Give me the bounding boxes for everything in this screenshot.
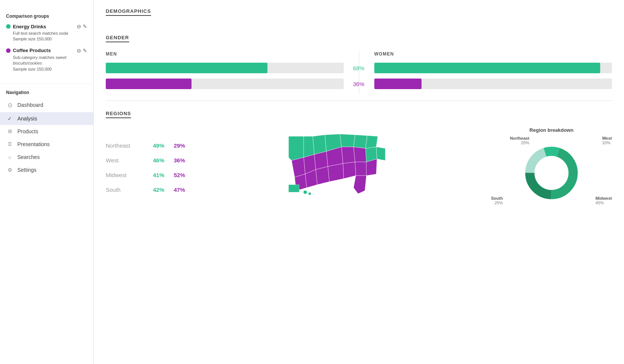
svg-marker-2 [313,135,326,154]
region-row-midwest: Midwest 41% 52% [106,172,189,178]
gender-col-women: WOMEN [359,51,612,94]
group-name-energy: Energy Drinks [13,24,74,29]
group-edit-icon-coffee[interactable]: ✎ [83,48,87,54]
region-pct1-northeast: 49% [144,142,164,149]
svg-marker-12 [354,147,366,162]
svg-marker-6 [366,136,378,148]
region-pct1-south: 42% [144,187,164,193]
regions-heading: REGIONS [106,111,131,118]
women-bar-teal [374,63,612,73]
sidebar-item-presentations[interactable]: ☰ Presentations [0,138,93,151]
demographics-heading: DEMOGRAPHICS [106,8,151,16]
region-name-south: South [106,187,144,193]
donut-label-west: West [602,136,612,140]
sidebar-item-label-dashboard: Dashboard [17,102,43,108]
demographics-section-header: DEMOGRAPHICS [94,0,624,25]
svg-marker-22 [354,176,366,194]
region-row-northeast: Northeast 49% 29% [106,142,189,149]
sidebar-item-analysis[interactable]: ✓ Analysis [0,112,93,125]
sidebar-item-label-products: Products [17,128,38,134]
region-name-west: West [106,157,144,163]
donut-sublabel-midwest: 45% [596,201,612,205]
svg-marker-19 [376,147,385,160]
group-item-energy: Energy Drinks ⊖ ✎ Full text search match… [6,23,87,42]
svg-marker-0 [289,136,304,160]
region-pct2-northeast: 29% [164,142,185,149]
analysis-icon: ✓ [6,116,14,122]
svg-marker-16 [328,163,344,182]
sidebar-item-searches[interactable]: ⌕ Searches [0,151,93,163]
group-desc-coffee: Sub-category matches sweet biscuits/cook… [6,55,87,72]
donut-label-northeast: Northeast [510,136,529,140]
sidebar: Comparison groups Energy Drinks ⊖ ✎ Full… [0,0,94,364]
svg-marker-20 [355,162,366,176]
settings-icon: ⚙ [6,167,14,173]
sidebar-item-label-settings: Settings [17,167,37,173]
regions-section: REGIONS Northeast 49% 29% West 46% 36% M… [94,101,624,219]
gender-columns: MEN 68% 36% WOMEN [106,51,612,94]
group-edit-icon-energy[interactable]: ✎ [83,23,87,29]
main-content: DEMOGRAPHICS GENDER MEN 68% [94,0,624,364]
group-exclude-icon-coffee[interactable]: ⊖ [77,48,81,54]
us-map [280,127,400,203]
group-exclude-icon-energy[interactable]: ⊖ [77,23,81,29]
group-dot-energy [6,24,11,29]
region-pct1-midwest: 41% [144,172,164,178]
sidebar-item-label-presentations: Presentations [17,141,50,147]
region-name-midwest: Midwest [106,172,144,178]
men-pct-purple: 36% [353,81,364,87]
svg-marker-17 [343,162,356,179]
donut-title: Region breakdown [491,127,612,133]
us-map-container [196,127,483,203]
svg-marker-15 [316,167,329,185]
searches-icon: ⌕ [6,154,14,160]
gender-col-men: MEN 68% 36% [106,51,359,94]
nav-section: Navigation ⊙ Dashboard ✓ Analysis ⊞ Prod… [0,84,93,182]
men-pct-teal: 68% [353,65,364,71]
sidebar-item-settings[interactable]: ⚙ Settings [0,163,93,176]
sidebar-item-label-analysis: Analysis [17,116,37,122]
donut-label-midwest: Midwest [596,196,612,201]
svg-marker-5 [354,135,367,148]
svg-marker-1 [304,136,314,157]
group-name-coffee: Coffee Products [13,48,74,53]
group-desc-energy: Full text search matches soda Sample siz… [6,31,87,42]
group-dot-coffee [6,48,11,53]
region-row-west: West 46% 36% [106,157,189,163]
group-item-coffee: Coffee Products ⊖ ✎ Sub-category matches… [6,48,87,72]
men-bar-purple: 36% [106,79,344,89]
sidebar-item-dashboard[interactable]: ⊙ Dashboard [0,98,93,112]
svg-point-30 [534,156,568,190]
region-pct1-west: 46% [144,157,164,163]
women-label: WOMEN [374,51,612,57]
donut-sublabel-west: 10% [602,140,612,145]
svg-point-25 [308,192,311,195]
regions-table: Northeast 49% 29% West 46% 36% Midwest 4… [106,142,189,201]
donut-chart [517,139,585,207]
svg-rect-23 [289,185,299,192]
svg-marker-4 [340,134,355,147]
men-label: MEN [106,51,344,57]
men-bar-teal: 68% [106,63,344,73]
sidebar-item-label-searches: Searches [17,154,40,160]
region-name-northeast: Northeast [106,142,144,149]
dashboard-icon: ⊙ [6,102,14,109]
sidebar-item-products[interactable]: ⊞ Products [0,125,93,138]
donut-container: Region breakdown [491,127,612,207]
donut-sublabel-south: 25% [491,201,503,205]
donut-label-south: South [491,196,503,201]
gender-heading: GENDER [106,35,129,42]
comparison-groups: Comparison groups Energy Drinks ⊖ ✎ Full… [0,8,93,84]
regions-inner: Northeast 49% 29% West 46% 36% Midwest 4… [106,127,612,207]
donut-sublabel-northeast: 20% [510,140,529,145]
region-pct2-west: 36% [164,157,185,163]
svg-marker-9 [314,151,328,170]
svg-marker-11 [341,147,355,163]
region-pct2-south: 47% [164,187,185,193]
women-bar-purple [374,79,612,89]
region-pct2-midwest: 52% [164,172,185,178]
comparison-groups-title: Comparison groups [6,14,87,19]
products-icon: ⊞ [6,128,14,134]
gender-section: GENDER MEN 68% 36% [94,25,624,100]
svg-marker-21 [366,159,377,176]
